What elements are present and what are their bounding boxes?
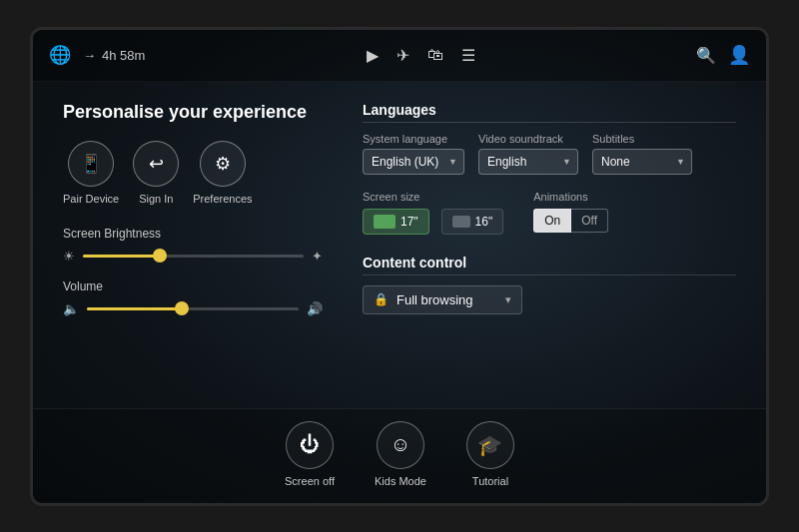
brightness-low-icon: ☀	[63, 249, 75, 264]
animations-section: Animations On Off	[533, 191, 608, 233]
languages-title: Languages	[363, 102, 736, 123]
panel-title: Personalise your experience	[63, 102, 323, 123]
menu-icon[interactable]: ☰	[461, 46, 475, 65]
size-16-label: 16"	[475, 215, 493, 229]
pair-device-button[interactable]: 📱 Pair Device	[63, 141, 119, 205]
brightness-fill	[83, 255, 160, 258]
screen-size-buttons: 17" 16"	[363, 209, 503, 235]
chevron-down-icon: ▾	[505, 293, 511, 306]
volume-slider-row: 🔈 🔊	[63, 301, 323, 316]
sign-in-label: Sign In	[139, 193, 173, 205]
subtitles-dropdown-wrap[interactable]: None English Français	[592, 149, 692, 175]
screen-off-button[interactable]: ⏻ Screen off	[285, 421, 335, 487]
brightness-label: Screen Brightness	[63, 227, 323, 241]
kids-mode-button[interactable]: ☺ Kids Mode	[375, 421, 426, 487]
size-17-button[interactable]: 17"	[363, 209, 429, 235]
volume-high-icon: 🔊	[307, 301, 323, 316]
pair-device-label: Pair Device	[63, 193, 119, 205]
flight-time-display: → 4h 58m	[83, 48, 145, 63]
subtitles-group: Subtitles None English Français	[592, 133, 692, 175]
animations-on-button[interactable]: On	[533, 209, 571, 233]
tutorial-label: Tutorial	[472, 475, 508, 487]
animations-label: Animations	[533, 191, 608, 203]
volume-slider[interactable]	[87, 307, 299, 310]
search-icon[interactable]: 🔍	[696, 46, 716, 65]
brightness-high-icon: ✦	[312, 249, 323, 264]
animations-off-button[interactable]: Off	[571, 209, 608, 233]
globe-icon[interactable]: 🌐	[49, 44, 71, 66]
subtitles-label: Subtitles	[592, 133, 692, 145]
lock-icon: 🔒	[374, 292, 389, 306]
video-icon[interactable]: ▶	[367, 46, 379, 65]
volume-fill	[87, 307, 182, 310]
kids-mode-label: Kids Mode	[375, 475, 426, 487]
kids-mode-icon: ☺	[377, 421, 424, 469]
volume-control: Volume 🔈 🔊	[63, 279, 323, 316]
sign-in-icon: ↩	[133, 141, 179, 187]
preferences-button[interactable]: ⚙ Preferences	[193, 141, 252, 205]
video-soundtrack-label: Video soundtrack	[478, 133, 578, 145]
size-17-indicator	[374, 215, 396, 229]
volume-thumb	[175, 301, 189, 315]
pair-device-icon: 📱	[68, 141, 114, 187]
tutorial-icon: 🎓	[466, 421, 514, 469]
volume-low-icon: 🔈	[63, 301, 79, 316]
left-panel: Personalise your experience 📱 Pair Devic…	[63, 102, 323, 388]
screen-size-label: Screen size	[363, 191, 503, 203]
subtitles-select[interactable]: None English Français	[592, 149, 692, 175]
volume-label: Volume	[63, 279, 323, 293]
content-control-dropdown[interactable]: 🔒 Full browsing ▾	[363, 285, 522, 314]
system-language-group: System language English (UK) English (US…	[363, 133, 464, 175]
top-navigation-bar: 🌐 → 4h 58m ▶ ✈ 🛍 ☰ 🔍 👤	[33, 30, 766, 82]
system-language-label: System language	[363, 133, 464, 145]
user-icon[interactable]: 👤	[728, 44, 750, 66]
preferences-icon: ⚙	[200, 141, 246, 187]
screen-off-label: Screen off	[285, 475, 335, 487]
size-16-button[interactable]: 16"	[441, 209, 504, 235]
video-soundtrack-dropdown-wrap[interactable]: English Français Deutsch	[478, 149, 578, 175]
content-control-title: Content control	[363, 255, 736, 275]
video-soundtrack-group: Video soundtrack English Français Deutsc…	[478, 133, 578, 175]
system-language-dropdown-wrap[interactable]: English (UK) English (US) Français Deuts…	[363, 149, 464, 175]
brightness-thumb	[153, 249, 167, 263]
screen-off-icon: ⏻	[286, 421, 334, 469]
screen-size-section: Screen size 17" 16"	[363, 191, 503, 251]
size-17-label: 17"	[400, 215, 418, 229]
preferences-label: Preferences	[193, 193, 252, 205]
right-nav-icons: ▶ ✈ 🛍 ☰	[367, 46, 475, 65]
right-panel: Languages System language English (UK) E…	[363, 102, 736, 388]
system-language-select[interactable]: English (UK) English (US) Français Deuts…	[363, 149, 464, 175]
brightness-slider-row: ☀ ✦	[63, 249, 323, 264]
action-buttons-row: 📱 Pair Device ↩ Sign In ⚙ Preferences	[63, 141, 323, 205]
content-control-value: Full browsing	[397, 292, 473, 307]
flight-time-text: 4h 58m	[102, 48, 145, 63]
screen-size-animations-row: Screen size 17" 16" Animations	[363, 191, 736, 251]
size-16-indicator	[452, 216, 470, 228]
animations-toggle: On Off	[533, 209, 608, 233]
shop-icon[interactable]: 🛍	[427, 46, 443, 64]
main-screen: 🌐 → 4h 58m ▶ ✈ 🛍 ☰ 🔍 👤 Personalise your …	[30, 27, 769, 506]
brightness-control: Screen Brightness ☀ ✦	[63, 227, 323, 264]
arrow-icon: →	[83, 48, 96, 63]
language-selectors-row: System language English (UK) English (US…	[363, 133, 736, 175]
brightness-slider[interactable]	[83, 255, 304, 258]
sign-in-button[interactable]: ↩ Sign In	[133, 141, 179, 205]
flight-icon[interactable]: ✈	[397, 46, 409, 65]
video-soundtrack-select[interactable]: English Français Deutsch	[478, 149, 578, 175]
tutorial-button[interactable]: 🎓 Tutorial	[466, 421, 514, 487]
main-content: Personalise your experience 📱 Pair Devic…	[33, 82, 766, 408]
content-control-section: Content control 🔒 Full browsing ▾	[363, 255, 736, 314]
bottom-action-bar: ⏻ Screen off ☺ Kids Mode 🎓 Tutorial	[33, 408, 766, 503]
